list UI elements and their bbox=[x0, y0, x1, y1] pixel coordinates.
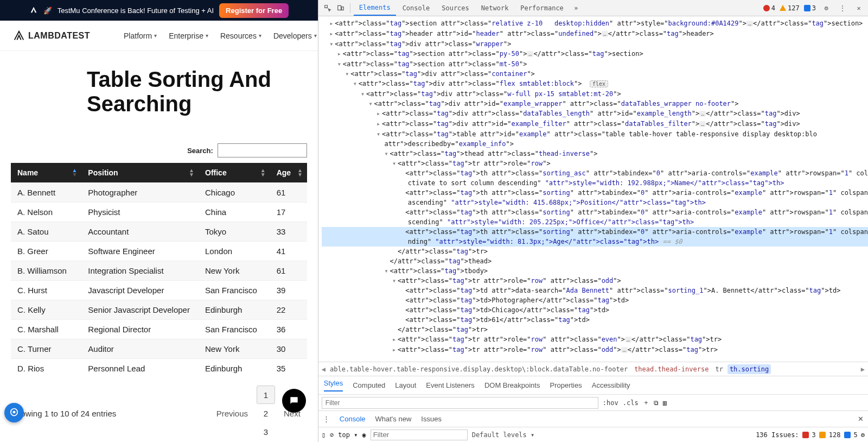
dom-node[interactable]: ▾<attr">class="tag">tr attr">role="row"> bbox=[322, 159, 868, 168]
close-icon[interactable]: ✕ bbox=[853, 2, 865, 14]
tab-elements[interactable]: Elements bbox=[354, 1, 396, 16]
dom-node[interactable]: <attr">class="tag">td attr">data-search=… bbox=[322, 286, 868, 295]
dom-node[interactable]: <attr">class="tag">td>61</attr">class="t… bbox=[322, 315, 868, 325]
crumb-right-icon[interactable]: ▶ bbox=[861, 365, 865, 373]
warning-count[interactable]: 127 bbox=[780, 4, 800, 12]
dom-node[interactable]: ▾<attr">class="tag">tr attr">role="row" … bbox=[322, 276, 868, 286]
drawer-whatsnew[interactable]: What's new bbox=[375, 415, 412, 423]
breadcrumb[interactable]: ◀ able.table-hover.table-responsive.disp… bbox=[318, 362, 868, 376]
table-row[interactable]: B. GreerSoftware EngineerLondon41 bbox=[11, 242, 307, 261]
table-row[interactable]: C. HurstJavascript DeveloperSan Francisc… bbox=[11, 281, 307, 300]
tab-styles[interactable]: Styles bbox=[324, 379, 343, 392]
dom-node[interactable]: </attr">class="tag">tr> bbox=[322, 325, 868, 334]
register-button[interactable]: Register for Free bbox=[219, 3, 289, 18]
table-row[interactable]: A. SatouAccountantTokyo33 bbox=[11, 222, 307, 242]
context-select[interactable]: top ▾ bbox=[338, 431, 358, 439]
drawer-close-icon[interactable]: ✕ bbox=[858, 415, 864, 423]
tab-dombreakpoints[interactable]: DOM Breakpoints bbox=[484, 381, 540, 389]
search-input[interactable] bbox=[218, 143, 307, 157]
info-count[interactable]: 3 bbox=[804, 4, 816, 12]
styles-filter-input[interactable] bbox=[322, 397, 598, 409]
levels-select[interactable]: Default levels ▾ bbox=[472, 431, 535, 439]
dom-node[interactable]: ▸<attr">class="tag">div attr">class="dat… bbox=[322, 109, 868, 119]
col-age[interactable]: Age ▲▼ bbox=[270, 163, 307, 183]
error-count[interactable]: 4 bbox=[763, 4, 775, 12]
dom-node-wrap[interactable]: scending" "attr">style="width: 205.225px… bbox=[322, 217, 868, 227]
dom-node[interactable]: </attr">class="tag">tr> bbox=[322, 247, 868, 256]
chat-button[interactable] bbox=[282, 389, 306, 413]
plus-icon[interactable]: ＋ bbox=[643, 398, 649, 407]
crumb[interactable]: tr bbox=[713, 364, 725, 374]
panel-icon[interactable]: ▥ bbox=[663, 399, 667, 407]
clear-console-icon[interactable]: ⊘ bbox=[330, 431, 334, 439]
pager-page-3[interactable]: 3 bbox=[257, 422, 275, 441]
col-office[interactable]: Office ▲▼ bbox=[199, 163, 270, 183]
dom-node-wrap[interactable]: ascending" "attr">style="width: 415.688p… bbox=[322, 198, 868, 207]
dom-node[interactable]: ▾<attr">class="tag">div attr">class="w-f… bbox=[322, 89, 868, 99]
pager-page-1[interactable]: 1 bbox=[257, 386, 275, 404]
dom-node[interactable]: <attr">class="tag">th attr">class="sorti… bbox=[322, 168, 868, 178]
more-tabs-icon[interactable]: » bbox=[570, 2, 582, 14]
dom-node[interactable]: ▾<attr">class="tag">div attr">class="con… bbox=[322, 69, 868, 79]
tab-properties[interactable]: Properties bbox=[550, 381, 582, 389]
dom-node[interactable]: <attr">class="tag">td>Chicago</attr">cla… bbox=[322, 305, 868, 315]
dom-node[interactable]: ▸<attr">class="tag">section attr">class=… bbox=[322, 49, 868, 59]
dom-node[interactable]: ▸<attr">class="tag">tr attr">role="row" … bbox=[322, 334, 868, 345]
table-row[interactable]: C. KellySenior Javascript DeveloperEdinb… bbox=[11, 300, 307, 320]
dom-node[interactable]: ▾<attr">class="tag">tbody> bbox=[322, 266, 868, 276]
dom-node[interactable]: ▾<attr">class="tag">section attr">class=… bbox=[322, 59, 868, 69]
dom-node[interactable]: <attr">class="tag">th attr">class="sorti… bbox=[322, 227, 868, 237]
dom-node[interactable]: ▾<attr">class="tag">div attr">class="fle… bbox=[322, 79, 868, 89]
tab-computed[interactable]: Computed bbox=[353, 381, 385, 389]
tab-network[interactable]: Network bbox=[476, 1, 514, 15]
crumb[interactable]: able.table-hover.table-responsive.displa… bbox=[328, 364, 630, 374]
dom-node[interactable]: ▾<attr">class="tag">thead attr">class="t… bbox=[322, 149, 868, 159]
sidebar-toggle-icon[interactable]: ▯ bbox=[322, 431, 326, 439]
dom-node[interactable]: <attr">class="tag">td>Photographer</attr… bbox=[322, 295, 868, 305]
dom-node[interactable]: ▾<attr">class="tag">div attr">id="exampl… bbox=[322, 99, 868, 109]
cookie-settings-button[interactable]: ⦿ bbox=[4, 403, 24, 422]
kebab-icon[interactable]: ⋮ bbox=[837, 2, 848, 14]
box-model-icon[interactable]: ⧉ bbox=[654, 399, 659, 407]
crumb-left-icon[interactable]: ◀ bbox=[322, 365, 326, 373]
nav-platform[interactable]: Platform▾ bbox=[124, 31, 157, 40]
eye-icon[interactable]: ◉ bbox=[362, 431, 366, 439]
table-row[interactable]: A. BennettPhotographerChicago61 bbox=[11, 183, 307, 203]
device-toggle-icon[interactable] bbox=[335, 2, 347, 14]
dom-node-wrap[interactable]: attr">describedby="example_info"> bbox=[322, 139, 868, 149]
drawer-console[interactable]: Console bbox=[340, 415, 366, 423]
console-filter-input[interactable] bbox=[371, 430, 468, 440]
inspect-icon[interactable] bbox=[322, 2, 334, 14]
dom-node[interactable]: ▸<attr">class="tag">div attr">id="exampl… bbox=[322, 119, 868, 129]
brand-logo[interactable]: LAMBDATEST bbox=[13, 30, 90, 42]
table-row[interactable]: C. MarshallRegional DirectorSan Francisc… bbox=[11, 320, 307, 339]
table-row[interactable]: A. NelsonPhysicistChina17 bbox=[11, 203, 307, 222]
tab-sources[interactable]: Sources bbox=[436, 1, 475, 15]
dom-node[interactable]: ▸<attr">class="tag">section attr">class=… bbox=[322, 18, 868, 29]
tab-performance[interactable]: Performance bbox=[515, 1, 569, 15]
crumb[interactable]: thead.thead-inverse bbox=[632, 364, 711, 374]
tab-eventlisteners[interactable]: Event Listeners bbox=[426, 381, 475, 389]
table-row[interactable]: B. WilliamsonIntegration SpecialistNew Y… bbox=[11, 261, 307, 281]
dom-node[interactable]: ▾<attr">class="tag">table attr">id="exam… bbox=[322, 129, 868, 139]
settings-icon[interactable]: ⚙ bbox=[820, 2, 832, 14]
elements-tree[interactable]: ▸<attr">class="tag">section attr">class=… bbox=[318, 16, 868, 362]
hov-toggle[interactable]: :hov bbox=[603, 399, 618, 407]
dom-node-wrap[interactable]: nding" "attr">style="width: 81.3px;">Age… bbox=[322, 237, 868, 247]
issues-label[interactable]: 136 Issues: bbox=[756, 431, 799, 439]
dom-node-wrap[interactable]: ctivate to sort column descending" "attr… bbox=[322, 178, 868, 188]
dom-node[interactable]: ▸<attr">class="tag">tr attr">role="row" … bbox=[322, 345, 868, 355]
crumb-selected[interactable]: th.sorting bbox=[727, 364, 771, 374]
pager-prev[interactable]: Previous bbox=[210, 406, 254, 421]
dom-node[interactable]: ▸<attr">class="tag">header attr">id="hea… bbox=[322, 29, 868, 39]
dom-node[interactable]: </attr">class="tag">thead> bbox=[322, 256, 868, 266]
drawer-issues[interactable]: Issues bbox=[421, 415, 442, 423]
col-name[interactable]: Name ▲▼ bbox=[11, 163, 81, 183]
tab-accessibility[interactable]: Accessibility bbox=[592, 381, 630, 389]
table-row[interactable]: D. RiosPersonnel LeadEdinburgh35 bbox=[11, 359, 307, 378]
nav-resources[interactable]: Resources▾ bbox=[220, 31, 261, 40]
nav-developers[interactable]: Developers▾ bbox=[273, 31, 317, 40]
pager-page-2[interactable]: 2 bbox=[257, 404, 275, 422]
dom-node[interactable]: <attr">class="tag">th attr">class="sorti… bbox=[322, 207, 868, 217]
table-row[interactable]: C. TurnerAuditorNew York30 bbox=[11, 339, 307, 359]
